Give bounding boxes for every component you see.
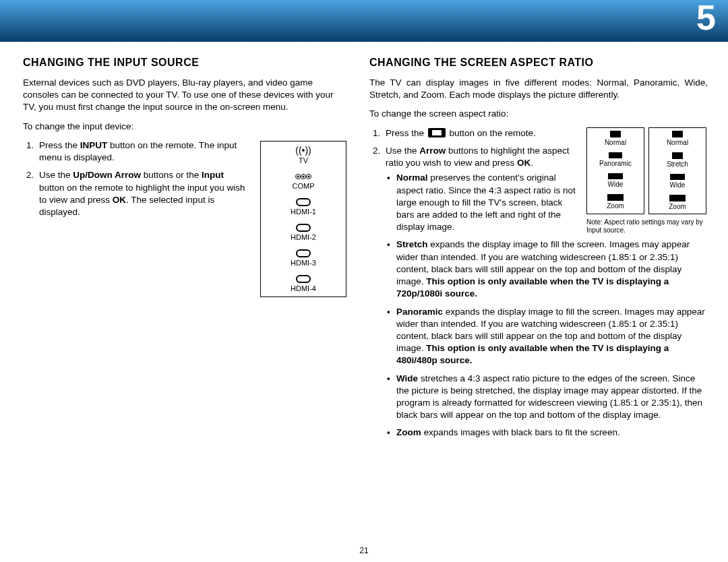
- left-step-2: Use the Up/Down Arrow buttons or the Inp…: [36, 169, 249, 218]
- hdmi-icon: [296, 224, 311, 232]
- page-number: 21: [0, 546, 728, 555]
- wide-button-icon: [428, 128, 446, 137]
- text: expands images with black bars to fit th…: [421, 427, 620, 437]
- label: Normal: [667, 139, 688, 146]
- chapter-number: 5: [696, 0, 716, 38]
- bold: This option is only available when the T…: [396, 276, 669, 299]
- bold: Input: [202, 170, 224, 180]
- text: Press the: [39, 140, 80, 150]
- hdmi-icon: [296, 275, 311, 283]
- aspect-normal: Normal: [649, 128, 706, 150]
- label: HDMI-2: [291, 233, 316, 241]
- aspect-stretch: Stretch: [649, 150, 706, 171]
- content-area: CHANGING THE INPUT SOURCE External devic…: [0, 42, 728, 446]
- header-banner: 5: [0, 0, 728, 42]
- text: Press the: [386, 128, 427, 138]
- ordered-list-left: Press the INPUT button on the remote. Th…: [23, 139, 249, 218]
- input-row-comp: COMP: [261, 168, 346, 194]
- bullet-zoom: Zoom expands images with black bars to f…: [386, 427, 708, 439]
- left-steps: Press the INPUT button on the remote. Th…: [23, 139, 249, 225]
- text: Use the: [386, 146, 419, 156]
- antenna-icon: ((•)): [261, 146, 346, 155]
- manual-page: 5 CHANGING THE INPUT SOURCE External dev…: [0, 0, 728, 562]
- input-menu-diagram: ((•))TV COMP HDMI-1 HDMI-2 HDMI-3 HDMI-4: [260, 141, 346, 297]
- label: HDMI-4: [291, 284, 316, 292]
- input-row-hdmi4: HDMI-4: [261, 271, 346, 296]
- label: TV: [299, 156, 308, 164]
- right-column: CHANGING THE SCREEN ASPECT RATIO The TV …: [369, 57, 708, 446]
- label: Stretch: [667, 160, 688, 168]
- right-step-2: Use the Arrow buttons to highlight the a…: [383, 145, 708, 439]
- bold: Wide: [396, 373, 418, 383]
- left-step-1: Press the INPUT button on the remote. Th…: [36, 139, 249, 164]
- intro-left: External devices such as DVD players, Bl…: [23, 77, 346, 114]
- heading-aspect-ratio: CHANGING THE SCREEN ASPECT RATIO: [369, 57, 708, 69]
- left-body: Press the INPUT button on the remote. Th…: [23, 139, 346, 297]
- bullet-panoramic: Panoramic expands the display image to f…: [386, 306, 708, 367]
- bold: Zoom: [396, 427, 421, 437]
- left-column: CHANGING THE INPUT SOURCE External devic…: [23, 57, 346, 446]
- rect-icon: [672, 131, 683, 137]
- aspect-normal: Normal: [587, 128, 644, 150]
- input-row-hdmi1: HDMI-1: [261, 194, 346, 220]
- input-row-hdmi2: HDMI-2: [261, 220, 346, 245]
- heading-input-source: CHANGING THE INPUT SOURCE: [23, 57, 346, 69]
- rect-icon: [672, 152, 683, 159]
- bold: Arrow: [419, 146, 446, 156]
- input-row-hdmi3: HDMI-3: [261, 245, 346, 271]
- input-row-tv: ((•))TV: [261, 142, 346, 168]
- label: HDMI-3: [291, 259, 316, 267]
- bold: This option is only available when the T…: [396, 343, 669, 365]
- bullet-stretch: Stretch expands the display image to fil…: [386, 239, 708, 300]
- text: stretches a 4:3 aspect ratio picture to …: [396, 373, 702, 420]
- text: .: [530, 158, 533, 168]
- bold: OK: [517, 158, 530, 168]
- lead-left: To change the input device:: [23, 121, 346, 133]
- aspect-bullets: Normal preserves the content's original …: [386, 172, 708, 439]
- bold: Normal: [396, 173, 428, 183]
- label: Panoramic: [599, 160, 632, 167]
- bold: Stretch: [396, 239, 428, 249]
- bold: Panoramic: [396, 307, 443, 317]
- bold: INPUT: [80, 140, 108, 150]
- text: button on the remote.: [447, 128, 536, 138]
- text: buttons or the: [141, 170, 202, 180]
- bullet-normal: Normal preserves the content's original …: [386, 172, 708, 233]
- ordered-list-right: Press the button on the remote. Use the …: [369, 127, 708, 439]
- hdmi-icon: [296, 198, 311, 206]
- bold: OK: [113, 195, 126, 205]
- right-steps-wrap: Normal Panoramic Wide Zoom Normal Stretc…: [369, 127, 708, 439]
- label: Normal: [605, 139, 626, 146]
- component-icon: [261, 173, 346, 181]
- hdmi-icon: [296, 249, 311, 257]
- lead-right: To change the screen aspect ratio:: [369, 108, 708, 120]
- bold: Up/Down Arrow: [73, 170, 141, 180]
- bullet-wide: Wide stretches a 4:3 aspect ratio pictur…: [386, 373, 708, 422]
- text: Use the: [39, 170, 73, 180]
- label: COMP: [293, 182, 315, 190]
- rect-icon: [609, 152, 622, 158]
- rect-icon: [610, 131, 621, 137]
- label: HDMI-1: [291, 208, 316, 216]
- aspect-panoramic: Panoramic: [587, 150, 644, 170]
- intro-right: The TV can display images in five differ…: [369, 77, 708, 101]
